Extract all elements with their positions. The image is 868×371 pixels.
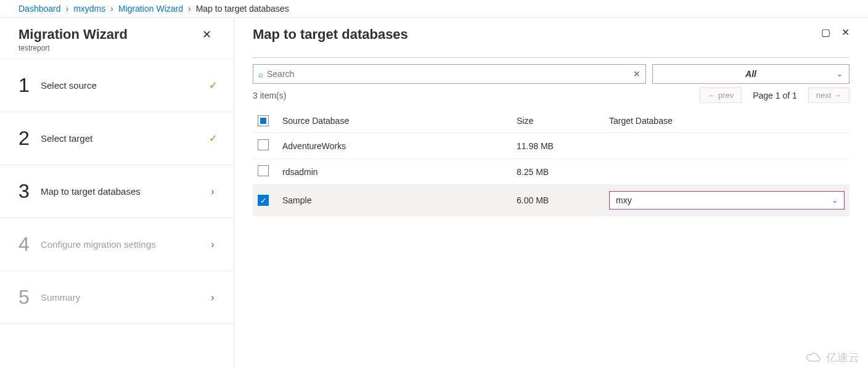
table-row[interactable]: AdventureWorks 11.98 MB xyxy=(253,133,850,159)
row-checkbox[interactable] xyxy=(258,165,269,176)
maximize-icon[interactable]: ▢ xyxy=(821,26,830,38)
item-count: 3 item(s) xyxy=(253,91,286,100)
step-number: 4 xyxy=(18,233,41,256)
row-checkbox[interactable] xyxy=(258,139,269,150)
column-target[interactable]: Target Database xyxy=(604,109,850,133)
step-map-databases[interactable]: 3 Map to target databases › xyxy=(0,165,234,218)
main-panel: Map to target databases ▢ ✕ ⌕ ✕ All ⌄ 3 … xyxy=(234,18,868,368)
size-cell: 8.25 MB xyxy=(512,159,604,185)
step-number: 2 xyxy=(18,127,41,150)
step-summary[interactable]: 5 Summary › xyxy=(0,271,234,324)
sidebar-subtitle: testreport xyxy=(18,44,128,52)
cloud-icon xyxy=(804,351,822,364)
source-cell: rdsadmin xyxy=(277,159,512,185)
check-icon: ✓ xyxy=(207,132,219,144)
breadcrumb: Dashboard › mxydms › Migration Wizard › … xyxy=(0,0,868,18)
source-cell: AdventureWorks xyxy=(277,133,512,159)
source-cell: Sample xyxy=(277,185,512,216)
clear-icon[interactable]: ✕ xyxy=(633,69,641,79)
page-info: Page 1 of 1 xyxy=(753,91,797,100)
column-source[interactable]: Source Database xyxy=(277,109,512,133)
target-cell xyxy=(604,159,850,185)
breadcrumb-link[interactable]: mxydms xyxy=(73,4,105,14)
breadcrumb-link[interactable]: Migration Wizard xyxy=(118,4,183,14)
pager: ← prev Page 1 of 1 next → xyxy=(700,88,850,103)
search-input[interactable] xyxy=(267,69,633,79)
step-number: 5 xyxy=(18,286,41,309)
size-cell: 11.98 MB xyxy=(512,133,604,159)
breadcrumb-current: Map to target databases xyxy=(196,4,289,14)
step-select-source[interactable]: 1 Select source ✓ xyxy=(0,59,234,112)
watermark: 亿速云 xyxy=(804,350,859,365)
chevron-right-icon: › xyxy=(110,4,113,14)
chevron-right-icon: › xyxy=(207,186,219,197)
table-row[interactable]: Sample 6.00 MB mxy ⌄ xyxy=(253,185,850,216)
target-database-select[interactable]: mxy ⌄ xyxy=(609,191,845,210)
row-checkbox[interactable] xyxy=(258,195,269,206)
sidebar-title: Migration Wizard xyxy=(18,26,128,43)
chevron-right-icon: › xyxy=(66,4,69,14)
next-button[interactable]: next → xyxy=(808,88,850,103)
filter-label: All xyxy=(745,69,756,79)
filter-dropdown[interactable]: All ⌄ xyxy=(652,64,850,84)
prev-button[interactable]: ← prev xyxy=(700,88,742,103)
step-number: 3 xyxy=(18,180,41,203)
wizard-sidebar: Migration Wizard testreport ✕ 1 Select s… xyxy=(0,18,234,368)
target-cell xyxy=(604,133,850,159)
page-title: Map to target databases xyxy=(253,26,408,43)
step-label: Map to target databases xyxy=(41,186,207,197)
column-size[interactable]: Size xyxy=(512,109,604,133)
chevron-right-icon: › xyxy=(188,4,191,14)
step-number: 1 xyxy=(18,74,41,97)
select-value: mxy xyxy=(616,195,632,205)
chevron-right-icon: › xyxy=(207,292,219,303)
chevron-right-icon: › xyxy=(207,239,219,250)
search-icon: ⌕ xyxy=(258,70,263,79)
close-icon[interactable]: ✕ xyxy=(841,26,850,38)
check-icon: ✓ xyxy=(207,80,219,91)
step-select-target[interactable]: 2 Select target ✓ xyxy=(0,112,234,165)
select-all-checkbox[interactable] xyxy=(258,115,269,126)
database-table: Source Database Size Target Database Adv… xyxy=(253,109,850,216)
step-label: Summary xyxy=(41,292,207,303)
close-icon[interactable]: ✕ xyxy=(199,26,215,43)
size-cell: 6.00 MB xyxy=(512,185,604,216)
chevron-down-icon: ⌄ xyxy=(832,196,838,205)
step-label: Select source xyxy=(41,80,207,91)
search-input-wrap[interactable]: ⌕ ✕ xyxy=(253,64,646,84)
step-label: Select target xyxy=(41,133,207,144)
breadcrumb-link[interactable]: Dashboard xyxy=(18,4,61,14)
chevron-down-icon: ⌄ xyxy=(837,70,843,78)
step-label: Configure migration settings xyxy=(41,239,207,250)
table-row[interactable]: rdsadmin 8.25 MB xyxy=(253,159,850,185)
step-configure-settings[interactable]: 4 Configure migration settings › xyxy=(0,218,234,271)
